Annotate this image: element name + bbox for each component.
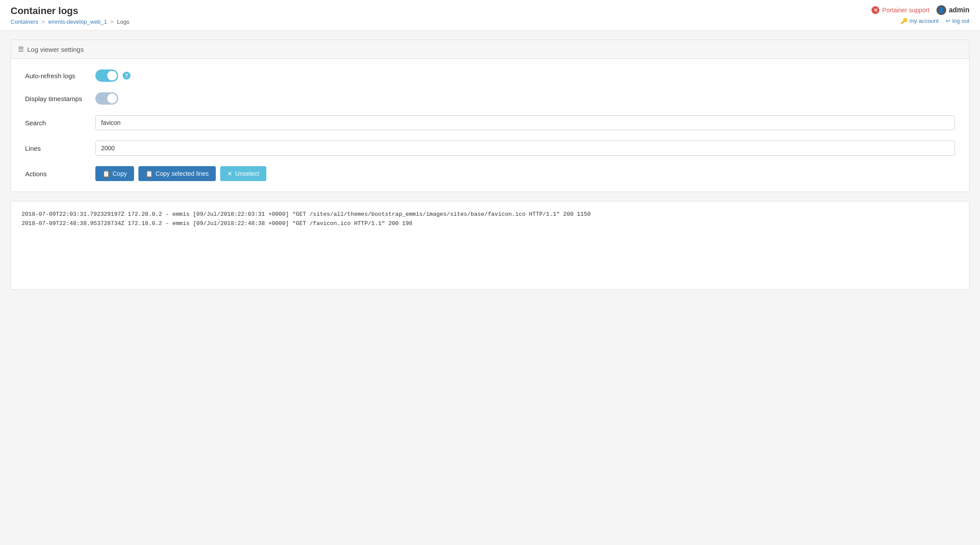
- lines-group: Lines: [25, 141, 955, 156]
- page-header: Container logs Containers > emmis-develo…: [0, 0, 980, 31]
- timestamps-label: Display timestamps: [25, 95, 95, 102]
- auto-refresh-label: Auto-refresh logs: [25, 72, 95, 80]
- actions-buttons: 📋 Copy 📋 Copy selected lines ✕ Unselect: [95, 166, 955, 181]
- actions-group: Actions 📋 Copy 📋 Copy selected lines ✕ U…: [25, 166, 955, 181]
- header-account-links: 🔑 my account ↩ log out: [900, 18, 969, 24]
- copy-selected-button[interactable]: 📋 Copy selected lines: [138, 166, 216, 181]
- timestamps-slider: [95, 92, 118, 105]
- settings-card-icon: ☰: [18, 45, 24, 53]
- unselect-button[interactable]: ✕ Unselect: [220, 166, 266, 181]
- breadcrumb-container-link[interactable]: emmis-develop_web_1: [48, 18, 107, 25]
- portainer-support-label: Portainer support: [882, 7, 929, 14]
- settings-card: ☰ Log viewer settings Auto-refresh logs …: [11, 40, 969, 192]
- timestamps-controls: [95, 92, 955, 105]
- log-line: 2018-07-09T22:48:38.953728734Z 172.18.0.…: [22, 219, 958, 229]
- admin-avatar-icon: 👤: [936, 5, 946, 15]
- header-top-right: ✕ Portainer support 👤 admin: [871, 5, 969, 15]
- auto-refresh-group: Auto-refresh logs ?: [25, 69, 955, 82]
- copy-selected-button-label: Copy selected lines: [156, 170, 209, 177]
- search-input[interactable]: [95, 115, 955, 130]
- main-content: ☰ Log viewer settings Auto-refresh logs …: [0, 31, 980, 298]
- admin-label: admin: [949, 6, 969, 14]
- portainer-support-link[interactable]: ✕ Portainer support: [871, 6, 929, 14]
- auto-refresh-controls: ?: [95, 69, 955, 82]
- log-out-link[interactable]: ↩ log out: [946, 18, 969, 24]
- auto-refresh-toggle[interactable]: [95, 69, 118, 82]
- lines-input[interactable]: [95, 141, 955, 156]
- timestamps-group: Display timestamps: [25, 92, 955, 105]
- page-title: Container logs: [11, 5, 129, 17]
- search-group: Search: [25, 115, 955, 130]
- copy-selected-icon: 📋: [145, 170, 153, 177]
- key-icon: 🔑: [900, 18, 907, 24]
- admin-section: 👤 admin: [936, 5, 969, 15]
- unselect-icon: ✕: [227, 170, 232, 177]
- copy-button-label: Copy: [113, 170, 127, 177]
- timestamps-toggle[interactable]: [95, 92, 118, 105]
- breadcrumb-sep-1: >: [42, 18, 45, 25]
- header-left: Container logs Containers > emmis-develo…: [11, 5, 129, 25]
- breadcrumb-sep-2: >: [110, 18, 114, 25]
- unselect-button-label: Unselect: [235, 170, 259, 177]
- my-account-link[interactable]: 🔑 my account: [900, 18, 938, 24]
- logout-icon: ↩: [946, 18, 951, 24]
- lines-label: Lines: [25, 145, 95, 152]
- copy-button[interactable]: 📋 Copy: [95, 166, 134, 181]
- settings-card-header: ☰ Log viewer settings: [11, 40, 969, 59]
- breadcrumb: Containers > emmis-develop_web_1 > Logs: [11, 18, 129, 25]
- breadcrumb-containers-link[interactable]: Containers: [11, 18, 38, 25]
- log-line: 2018-07-09T22:03:31.792329197Z 172.20.0.…: [22, 210, 958, 219]
- settings-card-body: Auto-refresh logs ? Display timestamps: [11, 59, 969, 192]
- lines-control-wrapper: [95, 141, 955, 156]
- settings-card-title: Log viewer settings: [27, 46, 83, 53]
- log-output: 2018-07-09T22:03:31.792329197Z 172.20.0.…: [11, 201, 969, 289]
- search-control-wrapper: [95, 115, 955, 130]
- copy-icon: 📋: [102, 170, 110, 177]
- log-card: 2018-07-09T22:03:31.792329197Z 172.20.0.…: [11, 201, 969, 290]
- actions-label: Actions: [25, 170, 95, 178]
- header-right: ✕ Portainer support 👤 admin 🔑 my account…: [871, 5, 969, 24]
- auto-refresh-slider: [95, 69, 118, 82]
- portainer-support-icon: ✕: [871, 6, 879, 14]
- search-label: Search: [25, 119, 95, 127]
- breadcrumb-current: Logs: [117, 18, 129, 25]
- auto-refresh-help-icon[interactable]: ?: [123, 72, 131, 80]
